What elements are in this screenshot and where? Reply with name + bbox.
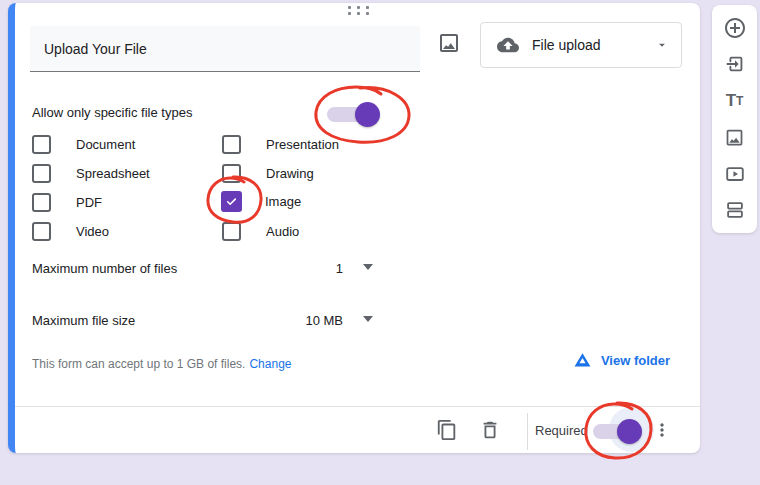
add-title-button[interactable]: TT <box>723 89 747 113</box>
kebab-menu-icon <box>652 420 672 440</box>
view-folder-button[interactable]: View folder <box>573 351 670 370</box>
add-image-button[interactable] <box>436 30 462 56</box>
checkbox-box[interactable] <box>32 193 51 212</box>
question-card: File upload Allow only specific file typ… <box>8 3 700 453</box>
checkbox-box[interactable] <box>32 164 51 183</box>
checkbox-video[interactable]: Video <box>32 222 109 241</box>
add-question-button[interactable] <box>723 16 747 40</box>
add-video-icon <box>724 163 746 185</box>
insert-toolbar: TT <box>712 5 757 233</box>
specific-types-label: Allow only specific file types <box>32 105 192 120</box>
checkbox-spreadsheet[interactable]: Spreadsheet <box>32 164 150 183</box>
add-video-button[interactable] <box>723 162 747 186</box>
quota-text: This form can accept up to 1 GB of files… <box>32 357 245 371</box>
checkbox-label: Audio <box>266 224 299 239</box>
checkmark-icon <box>225 195 238 208</box>
checkbox-label: Spreadsheet <box>76 166 150 181</box>
add-image-toolbar-button[interactable] <box>723 125 747 149</box>
checkbox-box[interactable] <box>222 135 241 154</box>
add-section-button[interactable] <box>723 198 747 222</box>
max-files-label: Maximum number of files <box>32 261 177 276</box>
question-title-input[interactable] <box>30 26 420 72</box>
import-questions-icon <box>724 53 746 75</box>
checkbox-box[interactable] <box>222 164 241 183</box>
image-icon <box>437 31 461 55</box>
specific-types-toggle[interactable] <box>327 102 381 127</box>
question-type-label: File upload <box>532 37 655 53</box>
checkbox-audio[interactable]: Audio <box>222 222 299 241</box>
cloud-upload-icon <box>497 34 519 56</box>
more-options-button[interactable] <box>649 417 675 443</box>
checkbox-box[interactable] <box>32 222 51 241</box>
quota-note: This form can accept up to 1 GB of files… <box>32 357 291 371</box>
checkbox-label: Image <box>265 194 301 209</box>
max-files-caret-icon[interactable] <box>363 264 373 270</box>
checkbox-document[interactable]: Document <box>32 135 135 154</box>
max-files-value[interactable]: 1 <box>305 261 343 276</box>
question-type-select[interactable]: File upload <box>480 22 682 68</box>
checkbox-image[interactable]: Image <box>222 192 301 211</box>
toggle-thumb <box>617 419 642 444</box>
max-size-label: Maximum file size <box>32 313 135 328</box>
import-questions-button[interactable] <box>723 52 747 76</box>
add-question-icon <box>723 16 747 40</box>
duplicate-button[interactable] <box>434 417 460 443</box>
checkbox-label: Drawing <box>266 166 314 181</box>
checkbox-box[interactable] <box>32 135 51 154</box>
add-section-icon <box>724 199 746 221</box>
max-size-value[interactable]: 10 MB <box>281 313 343 328</box>
footer-separator <box>527 413 528 450</box>
required-label: Required <box>535 423 588 438</box>
checkbox-pdf[interactable]: PDF <box>32 193 102 212</box>
checkbox-drawing[interactable]: Drawing <box>222 164 314 183</box>
drag-handle-icon[interactable] <box>348 6 372 15</box>
add-title-icon: T <box>726 92 736 109</box>
change-link[interactable]: Change <box>249 357 291 371</box>
delete-button[interactable] <box>477 417 503 443</box>
view-folder-label: View folder <box>601 353 670 368</box>
max-size-caret-icon[interactable] <box>363 316 373 322</box>
footer-divider <box>15 406 700 407</box>
checkbox-label: PDF <box>76 195 102 210</box>
toggle-thumb <box>355 102 380 127</box>
checkbox-label: Document <box>76 137 135 152</box>
checkbox-label: Presentation <box>266 137 339 152</box>
checkbox-label: Video <box>76 224 109 239</box>
drive-icon <box>573 351 592 370</box>
checkbox-presentation[interactable]: Presentation <box>222 135 339 154</box>
caret-down-icon <box>655 38 669 52</box>
checkbox-box-checked[interactable] <box>221 191 242 212</box>
checkbox-box[interactable] <box>222 222 241 241</box>
add-image-icon <box>724 127 745 148</box>
duplicate-icon <box>436 419 458 441</box>
trash-icon <box>479 419 501 441</box>
required-toggle[interactable] <box>593 417 647 442</box>
